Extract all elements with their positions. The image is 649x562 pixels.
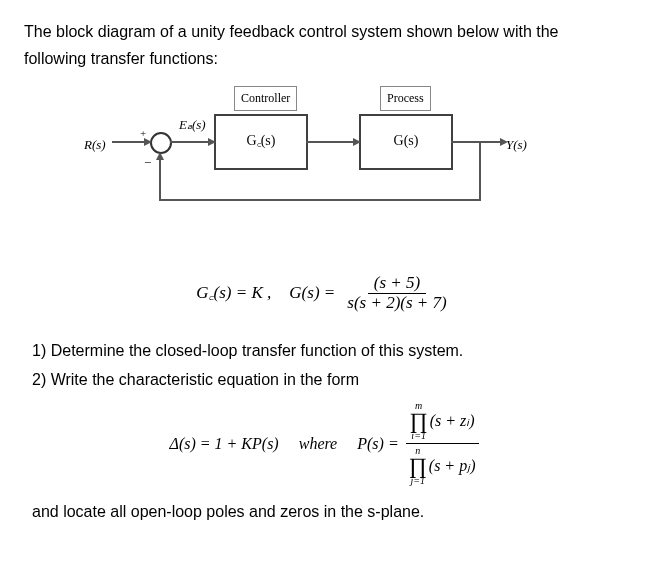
- arrow-icon: [144, 138, 152, 146]
- delta-eq: Δ(s) = 1 + KP(s): [170, 430, 279, 457]
- line-fb-up: [159, 154, 161, 201]
- controller-tag: Controller: [234, 86, 297, 110]
- line-fb-horiz: [159, 199, 481, 201]
- arrow-icon: [500, 138, 508, 146]
- r-signal: R(s): [84, 134, 106, 156]
- g-def-lhs: G(s) =: [289, 279, 335, 308]
- top-term: (s + zᵢ): [430, 412, 475, 430]
- g-numerator: (s + 5): [368, 274, 426, 294]
- characteristic-equation: Δ(s) = 1 + KP(s) where P(s) = m ∏ i=1 (s…: [24, 399, 625, 488]
- minus-sign: −: [144, 152, 151, 174]
- product-bottom: n ∏ j=1: [409, 446, 427, 486]
- summing-junction: [150, 132, 172, 154]
- ea-signal: Eₐ(s): [179, 114, 206, 136]
- question-list: 1) Determine the closed-loop transfer fu…: [24, 337, 625, 393]
- pi-icon: ∏: [410, 411, 428, 431]
- transfer-functions: G꜀(s) = K , G(s) = (s + 5) s(s + 2)(s + …: [24, 274, 625, 312]
- controller-block: G꜀(s): [214, 114, 308, 170]
- intro-line2: following transfer functions:: [24, 50, 218, 67]
- process-block: G(s): [359, 114, 453, 170]
- question-1: 1) Determine the closed-loop transfer fu…: [32, 337, 625, 364]
- block-diagram: Controller Process R(s) Eₐ(s) Y(s) + − G…: [84, 84, 564, 254]
- p-lhs: P(s) =: [357, 430, 398, 457]
- g-fraction: (s + 5) s(s + 2)(s + 7): [341, 274, 452, 312]
- arrow-icon: [156, 152, 164, 160]
- product-top: m ∏ i=1: [410, 401, 428, 441]
- g-denominator: s(s + 2)(s + 7): [341, 294, 452, 313]
- question-2: 2) Write the characteristic equation in …: [32, 366, 625, 393]
- intro-text: The block diagram of a unity feedback co…: [24, 18, 625, 72]
- arrow-icon: [208, 138, 216, 146]
- pi-icon: ∏: [409, 456, 427, 476]
- closing-text: and locate all open-loop poles and zeros…: [24, 498, 625, 525]
- line-gc-g: [306, 141, 359, 143]
- bot-term: (s + pⱼ): [429, 457, 476, 475]
- where-label: where: [299, 430, 338, 457]
- line-fb-down: [479, 141, 481, 201]
- intro-line1: The block diagram of a unity feedback co…: [24, 23, 559, 40]
- process-tag: Process: [380, 86, 431, 110]
- y-signal: Y(s): [506, 134, 527, 156]
- arrow-icon: [353, 138, 361, 146]
- p-fraction: m ∏ i=1 (s + zᵢ) n ∏ j=1 (s + pⱼ): [405, 399, 480, 488]
- gc-def: G꜀(s) = K ,: [196, 279, 271, 308]
